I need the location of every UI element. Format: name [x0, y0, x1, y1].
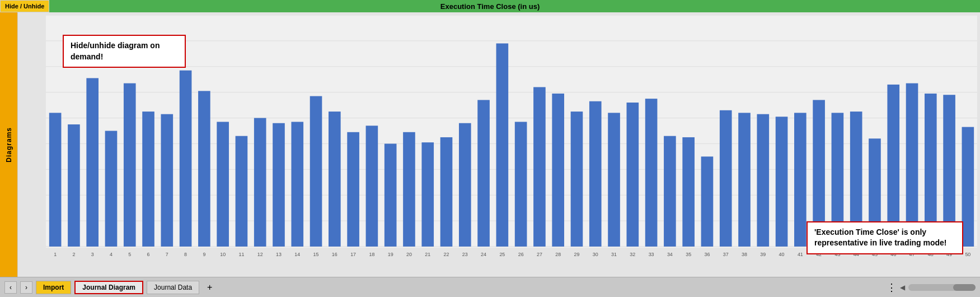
svg-rect-23 — [68, 124, 80, 247]
svg-text:6: 6 — [147, 252, 150, 257]
svg-rect-93 — [720, 110, 732, 247]
svg-rect-41 — [236, 136, 248, 247]
svg-rect-75 — [552, 94, 564, 247]
chart-title: Execution Time Close (in us) — [440, 2, 540, 11]
svg-text:33: 33 — [649, 252, 654, 257]
svg-text:17: 17 — [350, 252, 356, 257]
scroll-left-arrow[interactable]: ◀ — [900, 284, 905, 291]
svg-text:21: 21 — [425, 252, 430, 257]
svg-text:25: 25 — [499, 252, 505, 257]
svg-rect-85 — [645, 99, 658, 247]
svg-text:36: 36 — [704, 252, 710, 257]
import-button[interactable]: Import — [36, 281, 71, 294]
scrollbar-track[interactable] — [908, 284, 976, 291]
svg-text:7: 7 — [166, 252, 168, 257]
svg-text:26: 26 — [518, 252, 524, 257]
svg-rect-39 — [217, 122, 229, 247]
sidebar-label: Diagrams — [5, 127, 13, 163]
svg-rect-79 — [589, 101, 602, 247]
journal-diagram-tab[interactable]: Journal Diagram — [74, 281, 143, 294]
nav-prev-button[interactable]: ‹ — [4, 281, 17, 294]
svg-rect-69 — [496, 43, 509, 246]
svg-rect-97 — [757, 114, 769, 247]
svg-rect-73 — [533, 87, 546, 246]
svg-text:12: 12 — [257, 252, 263, 257]
svg-rect-101 — [794, 113, 806, 247]
svg-text:24: 24 — [481, 252, 486, 257]
svg-rect-95 — [738, 113, 751, 247]
svg-rect-81 — [608, 113, 620, 247]
svg-rect-71 — [515, 122, 527, 247]
svg-text:11: 11 — [238, 252, 244, 257]
svg-rect-43 — [254, 118, 266, 247]
sidebar: Diagrams — [0, 12, 18, 277]
svg-rect-21 — [49, 113, 62, 247]
svg-text:39: 39 — [760, 252, 766, 257]
svg-rect-65 — [459, 123, 471, 247]
svg-rect-77 — [571, 112, 583, 247]
svg-rect-35 — [180, 71, 192, 247]
svg-rect-83 — [627, 103, 639, 247]
svg-text:34: 34 — [667, 252, 673, 257]
svg-rect-53 — [347, 132, 359, 247]
bottom-bar: ‹ › Import Journal Diagram Journal Data … — [0, 277, 980, 297]
svg-text:41: 41 — [798, 252, 803, 257]
svg-rect-67 — [477, 100, 490, 247]
svg-text:31: 31 — [611, 252, 617, 257]
scrollbar-thumb[interactable] — [953, 284, 976, 291]
svg-rect-61 — [421, 142, 434, 247]
svg-text:19: 19 — [388, 252, 393, 257]
svg-text:15: 15 — [313, 252, 319, 257]
svg-text:20: 20 — [406, 252, 412, 257]
tooltip-exec-time: 'Execution Time Close' is only represent… — [806, 221, 963, 254]
nav-next-button[interactable]: › — [20, 281, 32, 294]
app: Hide / Unhide Execution Time Close (in u… — [0, 0, 980, 297]
svg-rect-99 — [776, 117, 788, 247]
svg-text:9: 9 — [203, 252, 205, 257]
svg-rect-91 — [701, 156, 714, 247]
hide-unhide-button[interactable]: Hide / Unhide — [0, 0, 49, 12]
svg-text:35: 35 — [686, 252, 691, 257]
svg-text:32: 32 — [630, 252, 635, 257]
more-options-button[interactable]: ⋮ — [887, 281, 897, 294]
top-bar: Hide / Unhide Execution Time Close (in u… — [0, 0, 980, 12]
svg-rect-25 — [86, 78, 99, 247]
svg-rect-49 — [310, 96, 322, 247]
add-tab-button[interactable]: + — [203, 281, 217, 294]
main-area: Diagrams 180 160 1 — [0, 12, 980, 277]
svg-text:16: 16 — [332, 252, 337, 257]
svg-rect-47 — [291, 122, 303, 247]
svg-text:22: 22 — [444, 252, 449, 257]
svg-rect-45 — [273, 123, 285, 247]
svg-rect-119 — [962, 127, 974, 247]
svg-text:8: 8 — [184, 252, 187, 257]
svg-text:30: 30 — [593, 252, 598, 257]
svg-text:37: 37 — [723, 252, 729, 257]
svg-text:13: 13 — [276, 252, 282, 257]
svg-rect-31 — [142, 112, 154, 247]
svg-text:40: 40 — [779, 252, 785, 257]
svg-text:18: 18 — [369, 252, 374, 257]
svg-text:27: 27 — [537, 252, 542, 257]
svg-text:1: 1 — [54, 252, 57, 257]
svg-rect-29 — [124, 83, 136, 247]
svg-rect-37 — [198, 91, 210, 247]
chart-area: 180 160 140 120 100 80 60 40 20 0 123456… — [18, 12, 980, 277]
svg-text:23: 23 — [462, 252, 468, 257]
svg-rect-55 — [366, 126, 378, 247]
journal-data-tab[interactable]: Journal Data — [147, 281, 199, 294]
svg-text:4: 4 — [110, 252, 112, 257]
svg-rect-51 — [329, 112, 341, 247]
svg-text:28: 28 — [555, 252, 561, 257]
svg-text:3: 3 — [91, 252, 94, 257]
svg-rect-87 — [664, 136, 676, 247]
svg-text:10: 10 — [220, 252, 226, 257]
svg-rect-63 — [440, 137, 453, 247]
svg-text:50: 50 — [965, 252, 970, 257]
svg-rect-89 — [682, 137, 695, 247]
svg-text:29: 29 — [574, 252, 580, 257]
svg-text:2: 2 — [72, 252, 75, 257]
svg-text:5: 5 — [128, 252, 131, 257]
svg-rect-33 — [161, 114, 174, 247]
svg-text:38: 38 — [742, 252, 747, 257]
